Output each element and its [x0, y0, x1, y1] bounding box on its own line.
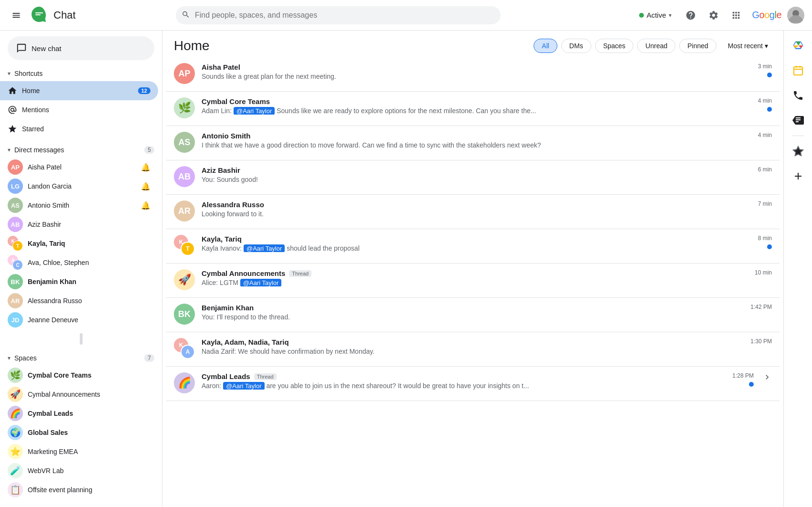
direct-messages-section-header[interactable]: ▾ Direct messages 5 — [0, 142, 162, 158]
drive-button[interactable] — [787, 34, 810, 57]
chat-item-cymbal-core[interactable]: 🌿 Cymbal Core Teams Adam Lin: @Aari Tayl… — [166, 92, 780, 126]
antonio-avatar: AS — [8, 198, 23, 213]
antonio-bell-icon: 🔔 — [141, 201, 150, 210]
shortcuts-chevron-icon: ▾ — [8, 70, 11, 77]
shortcuts-label: Shortcuts — [14, 70, 154, 77]
sidebar-item-home[interactable]: Home 12 — [0, 81, 158, 100]
filter-tab-dms[interactable]: DMs — [561, 39, 591, 53]
cymbal-core-chat-meta: 4 min — [758, 97, 772, 112]
sort-chevron-icon: ▾ — [765, 42, 768, 50]
spaces-section-header[interactable]: ▾ Spaces 7 — [0, 350, 162, 366]
sidebar-item-kayla-tariq[interactable]: K T Kayla, Tariq — [0, 234, 158, 253]
kayla-tariq-chat-time: 8 min — [758, 235, 772, 242]
sidebar-item-alessandra[interactable]: AR Alessandra Russo — [0, 291, 158, 310]
kayla-tariq-unread-dot — [767, 244, 772, 249]
chat-item-antonio[interactable]: AS Antonio Smith I think that we have a … — [166, 126, 780, 160]
menu-icon[interactable] — [8, 7, 25, 24]
aisha-chat-preview: Sounds like a great plan for the next me… — [202, 73, 612, 80]
sidebar-item-jeanne[interactable]: JD Jeanne Deneuve — [0, 310, 158, 329]
cymbal-leads-chat-meta: 1:28 PM — [732, 372, 754, 387]
alessandra-chat-time: 7 min — [758, 201, 772, 207]
sidebar-item-mentions-label: Mentions — [22, 106, 150, 114]
sidebar-item-webvr-label: WebVR Lab — [28, 467, 150, 475]
search-bar-wrap — [176, 6, 501, 24]
topbar: Chat Active ▾ Google — [0, 0, 812, 31]
spaces-label: Spaces — [14, 354, 140, 362]
filter-tab-pinned[interactable]: Pinned — [679, 39, 716, 53]
tasks-button[interactable] — [787, 109, 810, 132]
filter-tab-all[interactable]: All — [534, 39, 557, 53]
sidebar-item-global-sales[interactable]: 🌍 Global Sales — [0, 423, 158, 442]
phone-button[interactable] — [787, 84, 810, 107]
chat-item-aisha[interactable]: AP Aisha Patel Sounds like a great plan … — [166, 57, 780, 92]
sidebar-item-offsite[interactable]: 📋 Offsite event planning — [0, 480, 158, 499]
kayla-tariq-chat-content: Kayla, Tariq Kayla Ivanov: @Aari Taylor … — [202, 235, 751, 252]
svg-marker-3 — [795, 42, 801, 45]
benjamin-chat-name: Benjamin Khan — [202, 304, 254, 312]
cymbal-leads-unread-dot — [749, 382, 754, 387]
chat-list: AP Aisha Patel Sounds like a great plan … — [162, 57, 783, 507]
filter-tab-spaces[interactable]: Spaces — [595, 39, 634, 53]
home-header: Home All DMs Spaces Unread Pinned Most r… — [162, 31, 783, 57]
chat-item-aziz[interactable]: AB Aziz Bashir You: Sounds good! 6 min — [166, 160, 780, 195]
chat-item-kayla-tariq[interactable]: K T Kayla, Tariq Kayla Ivanov: @Aari Tay… — [166, 229, 780, 264]
kayla-adam-chat-content: Kayla, Adam, Nadia, Tariq Nadia Zarif: W… — [202, 338, 744, 355]
apps-button[interactable] — [727, 6, 746, 25]
new-chat-button[interactable]: New chat — [8, 36, 154, 60]
cymbal-core-unread-dot — [767, 107, 772, 112]
sidebar-item-cymbal-core[interactable]: 🌿 Cymbal Core Teams — [0, 366, 158, 385]
aziz-chat-meta: 6 min — [758, 166, 772, 173]
sidebar-item-cymbal-ann[interactable]: 🚀 Cymbal Announcements — [0, 385, 158, 404]
svg-rect-6 — [794, 67, 802, 75]
cymbal-core-mention-chip: @Aari Taylor — [234, 107, 275, 115]
cymbal-ann-chat-meta: 10 min — [755, 269, 772, 276]
search-input[interactable] — [176, 6, 501, 24]
chat-item-benjamin[interactable]: BK Benjamin Khan You: I'll respond to th… — [166, 298, 780, 332]
webvr-icon: 🧪 — [8, 463, 23, 478]
settings-button[interactable] — [704, 6, 723, 25]
sidebar-item-benjamin[interactable]: BK Benjamin Khan — [0, 272, 158, 291]
help-button[interactable] — [681, 6, 700, 25]
benjamin-chat-preview: You: I'll respond to the thread. — [202, 313, 612, 321]
cymbal-core-chat-name: Cymbal Core Teams — [202, 97, 270, 106]
sidebar-item-aziz[interactable]: AB Aziz Bashir — [0, 215, 158, 234]
search-bar-container — [176, 6, 501, 24]
chat-item-cymbal-leads[interactable]: 🌈 Cymbal Leads Thread Aaron: @Aari Taylo… — [166, 367, 780, 401]
shortcuts-section-header[interactable]: ▾ Shortcuts — [0, 66, 162, 81]
sidebar-item-offsite-label: Offsite event planning — [28, 486, 150, 494]
sidebar-item-mentions[interactable]: Mentions — [0, 100, 158, 119]
cymbal-leads-chat-time: 1:28 PM — [732, 372, 754, 379]
sidebar-item-ava-chloe[interactable]: A C Ava, Chloe, Stephen — [0, 253, 158, 272]
sidebar-item-landon[interactable]: LG Landon Garcia 🔔 — [0, 177, 158, 196]
chat-item-cymbal-ann[interactable]: 🚀 Cymbal Announcements Thread Alice: LGT… — [166, 264, 780, 298]
sidebar-item-global-sales-label: Global Sales — [28, 429, 150, 436]
sidebar-item-cymbal-core-label: Cymbal Core Teams — [28, 371, 150, 379]
filter-tab-unread[interactable]: Unread — [637, 39, 675, 53]
kayla-adam-name-row: Kayla, Adam, Nadia, Tariq — [202, 338, 744, 346]
chat-item-kayla-adam[interactable]: K A Kayla, Adam, Nadia, Tariq Nadia Zari… — [166, 332, 780, 367]
add-button[interactable] — [787, 165, 810, 188]
status-indicator[interactable]: Active ▾ — [633, 8, 678, 22]
sidebar-item-kayla-tariq-label: Kayla, Tariq — [28, 240, 150, 247]
benjamin-avatar: BK — [8, 274, 23, 289]
user-avatar[interactable] — [787, 7, 804, 24]
sidebar-item-alessandra-label: Alessandra Russo — [28, 297, 150, 305]
bookmark-button[interactable] — [787, 140, 810, 163]
sidebar-item-aisha[interactable]: AP Aisha Patel 🔔 — [0, 158, 158, 177]
sidebar-item-webvr[interactable]: 🧪 WebVR Lab — [0, 461, 158, 480]
sidebar-item-marketing[interactable]: ⭐ Marketing EMEA — [0, 442, 158, 461]
sidebar-item-starred[interactable]: Starred — [0, 119, 158, 138]
alessandra-chat-name: Alessandra Russo — [202, 201, 264, 209]
sidebar-item-cymbal-leads[interactable]: 🌈 Cymbal Leads — [0, 404, 158, 423]
sidebar-item-home-label: Home — [22, 87, 133, 95]
cymbal-leads-mention-chip: @Aari Taylor — [223, 382, 264, 390]
sort-button[interactable]: Most recent ▾ — [724, 40, 772, 52]
landon-avatar: LG — [8, 179, 23, 194]
kayla-tariq-chat-preview: Kayla Ivanov: @Aari Taylor should lead t… — [202, 244, 612, 252]
calendar-button[interactable] — [787, 59, 810, 82]
chat-item-alessandra[interactable]: AR Alessandra Russo Looking forward to i… — [166, 195, 780, 229]
sidebar-item-home-badge: 12 — [138, 87, 150, 94]
sidebar-item-antonio[interactable]: AS Antonio Smith 🔔 — [0, 196, 158, 215]
kayla-adam-chat-name: Kayla, Adam, Nadia, Tariq — [202, 338, 289, 346]
cymbal-ann-name-row: Cymbal Announcements Thread — [202, 269, 748, 277]
